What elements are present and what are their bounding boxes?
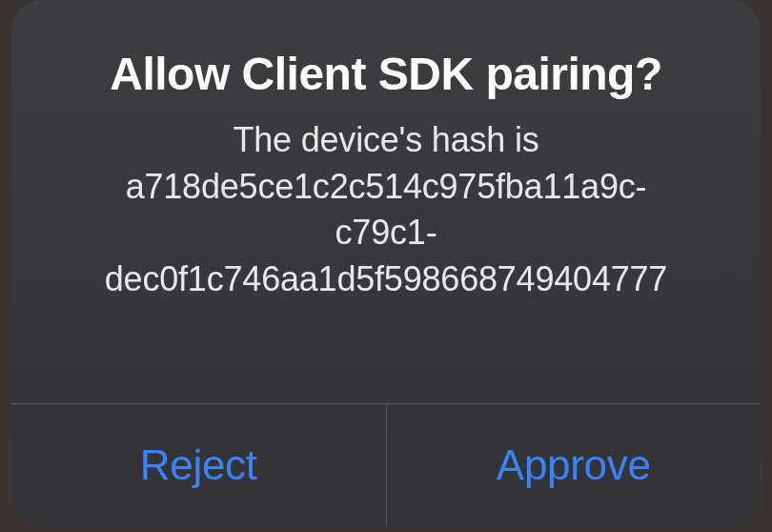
device-hash-line3: dec0f1c746aa1d5f598668749404777 — [105, 259, 667, 298]
dialog-message: The device's hash is a718de5ce1c2c514c97… — [105, 117, 667, 302]
device-hash-line1: a718de5ce1c2c514c975fba11a9c- — [126, 167, 647, 206]
dialog-title: Allow Client SDK pairing? — [110, 48, 662, 100]
dialog-content: Allow Client SDK pairing? The device's h… — [11, 0, 761, 403]
dialog-button-row: Reject Approve — [11, 403, 761, 526]
pairing-dialog: Allow Client SDK pairing? The device's h… — [11, 0, 761, 526]
device-hash-line2: c79c1- — [335, 213, 437, 252]
approve-button[interactable]: Approve — [386, 404, 762, 526]
reject-button[interactable]: Reject — [11, 404, 386, 526]
dialog-message-prefix: The device's hash is — [233, 120, 538, 159]
